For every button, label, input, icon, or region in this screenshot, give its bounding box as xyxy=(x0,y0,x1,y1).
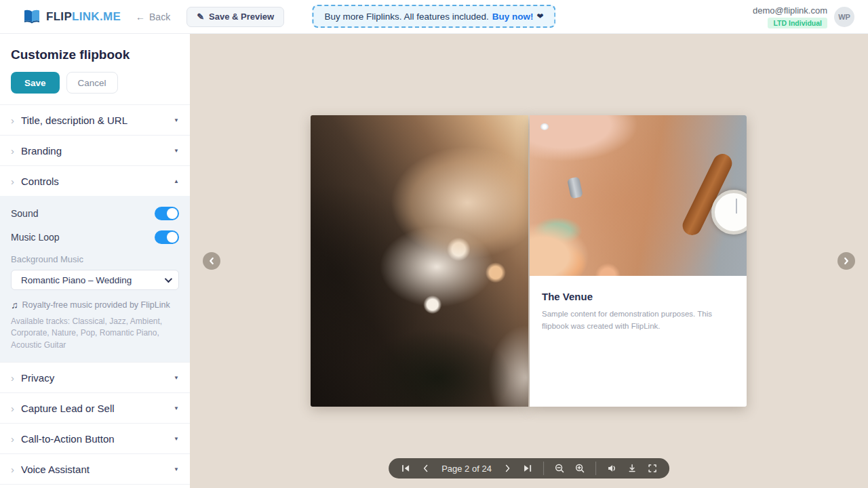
back-arrow-icon: ← xyxy=(136,12,145,22)
chevron-left-icon xyxy=(207,256,216,266)
avatar[interactable]: WP xyxy=(834,7,854,27)
logo-text: FLIPLINK.ME xyxy=(46,10,121,24)
zoom-in-button[interactable] xyxy=(570,458,590,479)
download-button[interactable] xyxy=(622,458,642,479)
banner-text: Buy more Fliplinks. All features include… xyxy=(324,12,488,22)
music-note-icon: ♫ xyxy=(11,300,18,310)
pencil-icon: ✎ xyxy=(197,12,204,22)
customize-sidebar: Customize flipbook Save Cancel › Title, … xyxy=(0,34,190,488)
fullscreen-button[interactable] xyxy=(642,458,663,479)
flipbook-page-left-photo[interactable] xyxy=(311,115,528,407)
background-music-value: Romantic Piano – Wedding xyxy=(21,275,132,285)
account-email: demo@fliplink.com xyxy=(753,5,827,16)
cancel-button[interactable]: Cancel xyxy=(66,72,118,94)
zoom-out-icon xyxy=(554,463,565,474)
caret-down-icon: ▼ xyxy=(174,148,179,154)
book-logo-icon xyxy=(23,9,41,24)
controls-panel: Sound Music Loop Background Music Romant… xyxy=(0,196,190,362)
caret-down-icon: ▼ xyxy=(174,117,179,123)
logo-text-light: LINK.ME xyxy=(72,10,121,23)
chevron-right-icon: › xyxy=(11,464,14,474)
hands-rings-photo xyxy=(530,115,747,276)
logo-text-dark: FLIP xyxy=(46,10,72,23)
page-body-text: Sample content for demonstration purpose… xyxy=(542,308,714,333)
save-button[interactable]: Save xyxy=(11,72,60,94)
section-label: Controls xyxy=(21,176,174,187)
chevron-right-icon: › xyxy=(11,403,14,413)
sound-label: Sound xyxy=(11,208,38,219)
section-capture-lead-or-sell[interactable]: › Capture Lead or Sell ▼ xyxy=(0,392,190,423)
section-label: Title, description & URL xyxy=(21,115,174,126)
chevron-right-icon xyxy=(842,256,851,266)
music-loop-toggle[interactable] xyxy=(155,230,179,244)
background-music-label: Background Music xyxy=(11,254,179,264)
zoom-out-button[interactable] xyxy=(549,458,570,479)
section-controls[interactable]: › Controls ▲ xyxy=(0,165,190,196)
skip-end-icon xyxy=(522,463,533,474)
section-label: Voice Assistant xyxy=(21,464,174,475)
speaker-icon xyxy=(606,463,617,474)
save-preview-button[interactable]: ✎ Save & Preview xyxy=(186,7,284,27)
toggle-knob xyxy=(167,208,178,219)
caret-up-icon: ▲ xyxy=(174,178,179,184)
previous-page-arrow[interactable] xyxy=(203,252,220,270)
section-document-approval[interactable]: › Document Approval ▼ xyxy=(0,484,190,488)
music-loop-label: Music Loop xyxy=(11,232,60,243)
sound-button[interactable] xyxy=(601,458,622,479)
toolbar-divider xyxy=(595,462,596,475)
next-page-button[interactable] xyxy=(497,458,517,479)
section-title-description-url[interactable]: › Title, description & URL ▼ xyxy=(0,104,190,135)
chevron-right-icon: › xyxy=(11,176,14,186)
previous-page-button[interactable] xyxy=(416,458,436,479)
section-call-to-action-button[interactable]: › Call-to-Action Button ▼ xyxy=(0,423,190,453)
chevron-right-icon: › xyxy=(11,434,14,444)
watch-hand xyxy=(736,199,737,214)
fliplink-logo[interactable]: FLIPLINK.ME xyxy=(23,9,121,24)
page-indicator: Page 2 of 24 xyxy=(441,464,492,474)
buy-more-banner: Buy more Fliplinks. All features include… xyxy=(312,5,555,28)
back-button[interactable]: ← Back xyxy=(136,12,170,22)
last-page-button[interactable] xyxy=(517,458,538,479)
download-icon xyxy=(627,463,637,474)
heart-icon: ❤ xyxy=(537,12,544,21)
flipbook-canvas: The Venue Sample content for demonstrati… xyxy=(190,34,868,488)
toolbar-divider xyxy=(543,462,544,475)
top-bar: FLIPLINK.ME ← Back ✎ Save & Preview Buy … xyxy=(0,0,868,34)
chevron-right-icon: › xyxy=(11,115,14,125)
section-voice-assistant[interactable]: › Voice Assistant ▼ xyxy=(0,453,190,484)
royalty-note: Royalty-free music provided by FlipLink xyxy=(22,300,170,310)
watch-face xyxy=(711,190,747,235)
section-branding[interactable]: › Branding ▼ xyxy=(0,135,190,165)
flipbook-spread: The Venue Sample content for demonstrati… xyxy=(311,115,747,407)
section-label: Call-to-Action Button xyxy=(21,433,174,445)
section-label: Branding xyxy=(21,145,174,157)
section-privacy[interactable]: › Privacy ▼ xyxy=(0,362,190,392)
back-label: Back xyxy=(149,12,170,22)
chevron-right-icon xyxy=(502,463,513,474)
chevron-left-icon xyxy=(420,463,431,474)
chevron-down-icon xyxy=(165,275,172,283)
save-preview-label: Save & Preview xyxy=(209,12,274,22)
section-label: Capture Lead or Sell xyxy=(21,403,174,414)
diamond-ring xyxy=(540,123,549,130)
sidebar-title: Customize flipbook xyxy=(0,34,190,72)
section-label: Privacy xyxy=(21,372,174,384)
available-tracks-note: Available tracks: Classical, Jazz, Ambie… xyxy=(11,316,179,351)
plan-badge: LTD Individual xyxy=(768,18,827,28)
caret-down-icon: ▼ xyxy=(174,375,179,381)
caret-down-icon: ▼ xyxy=(174,405,179,411)
wedding-ring xyxy=(567,176,583,199)
next-page-arrow[interactable] xyxy=(837,252,855,270)
caret-down-icon: ▼ xyxy=(174,436,179,442)
buy-now-link[interactable]: Buy now! xyxy=(492,12,534,22)
fullscreen-icon xyxy=(647,463,658,474)
toggle-knob xyxy=(167,232,178,243)
zoom-in-icon xyxy=(574,463,585,474)
chevron-right-icon: › xyxy=(11,373,14,383)
flipbook-page-right[interactable]: The Venue Sample content for demonstrati… xyxy=(530,115,747,407)
background-music-select[interactable]: Romantic Piano – Wedding xyxy=(11,270,179,290)
sound-toggle[interactable] xyxy=(155,207,179,220)
chevron-right-icon: › xyxy=(11,146,14,156)
first-page-button[interactable] xyxy=(395,458,416,479)
skip-start-icon xyxy=(400,463,411,474)
